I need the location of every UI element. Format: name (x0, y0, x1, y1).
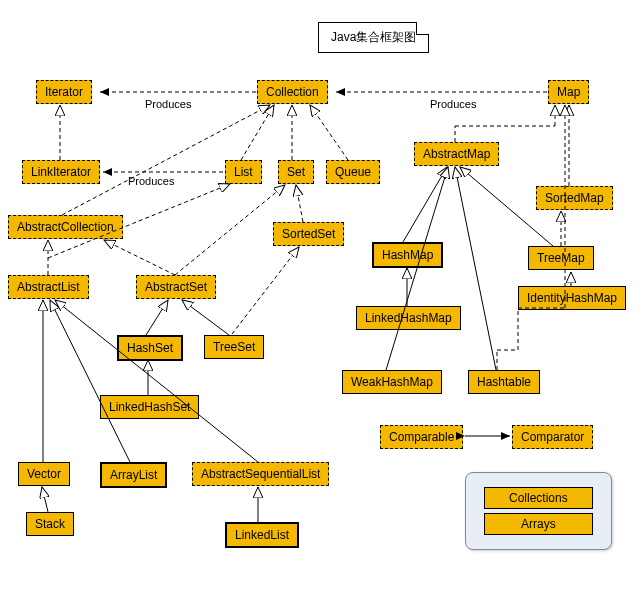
svg-line-34 (50, 300, 130, 462)
node-linkiterator: LinkIterator (22, 160, 100, 184)
node-linkedhashmap: LinkedHashMap (356, 306, 461, 330)
node-treeset: TreeSet (204, 335, 264, 359)
svg-line-28 (386, 167, 448, 370)
node-arraylist: ArrayList (100, 462, 167, 488)
node-abstractlist: AbstractList (8, 275, 89, 299)
node-abstractmap: AbstractMap (414, 142, 499, 166)
node-iterator: Iterator (36, 80, 92, 104)
diagram-title-note: Java集合框架图 (318, 22, 429, 53)
node-comparable: Comparable (380, 425, 463, 449)
node-linkedlist: LinkedList (225, 522, 299, 548)
node-map: Map (548, 80, 589, 104)
legend-collections: Collections (484, 487, 593, 509)
svg-line-31 (182, 300, 229, 335)
note-fold-icon (416, 22, 429, 35)
edge-label-produces-3: Produces (128, 175, 174, 187)
node-stack: Stack (26, 512, 74, 536)
svg-line-15 (104, 240, 175, 275)
node-abstractset: AbstractSet (136, 275, 216, 299)
svg-line-36 (42, 487, 48, 512)
svg-line-17 (232, 247, 299, 334)
svg-line-30 (146, 300, 168, 335)
svg-line-6 (310, 105, 348, 160)
node-sortedmap: SortedMap (536, 186, 613, 210)
node-linkedhashset: LinkedHashSet (100, 395, 199, 419)
legend-box: Collections Arrays (465, 472, 612, 550)
svg-line-12 (296, 185, 303, 222)
node-hashmap: HashMap (372, 242, 443, 268)
node-treemap: TreeMap (528, 246, 594, 270)
node-collection: Collection (257, 80, 328, 104)
node-comparator: Comparator (512, 425, 593, 449)
node-weakhashmap: WeakHashMap (342, 370, 442, 394)
svg-line-4 (241, 105, 274, 160)
svg-line-35 (55, 300, 258, 462)
node-identityhashmap: IdentityHashMap (518, 286, 626, 310)
svg-line-24 (403, 167, 447, 242)
svg-line-29 (455, 167, 496, 370)
node-queue: Queue (326, 160, 380, 184)
svg-line-16 (175, 185, 285, 275)
node-abstractcollection: AbstractCollection (8, 215, 123, 239)
node-abstractsequentiallist: AbstractSequentialList (192, 462, 329, 486)
node-hashtable: Hashtable (468, 370, 540, 394)
diagram-title: Java集合框架图 (331, 30, 416, 44)
edge-label-produces-2: Produces (430, 98, 476, 110)
node-sortedset: SortedSet (273, 222, 344, 246)
legend-arrays: Arrays (484, 513, 593, 535)
node-list: List (225, 160, 262, 184)
node-hashset: HashSet (117, 335, 183, 361)
node-vector: Vector (18, 462, 70, 486)
edge-label-produces-1: Produces (145, 98, 191, 110)
node-set: Set (278, 160, 314, 184)
